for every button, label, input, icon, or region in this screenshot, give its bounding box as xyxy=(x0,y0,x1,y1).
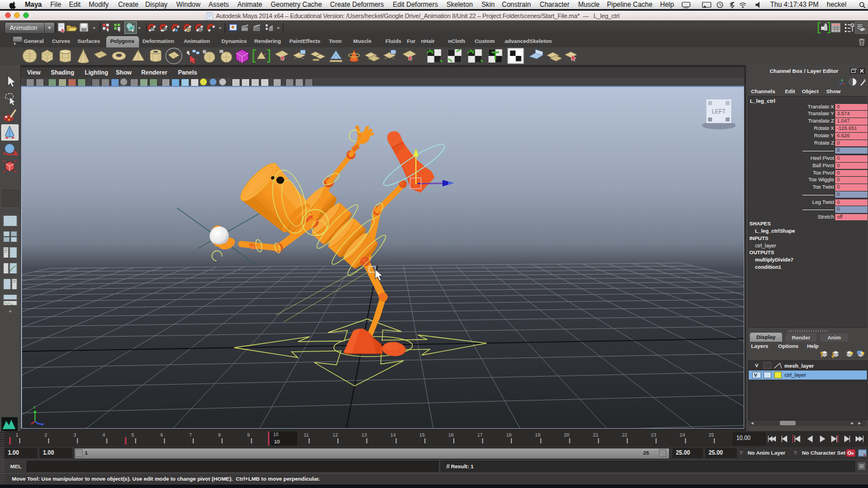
svg-text:Y: Y xyxy=(33,405,36,410)
svg-text:LEFT: LEFT xyxy=(712,108,726,115)
svg-text:IPR: IPR xyxy=(254,28,259,31)
